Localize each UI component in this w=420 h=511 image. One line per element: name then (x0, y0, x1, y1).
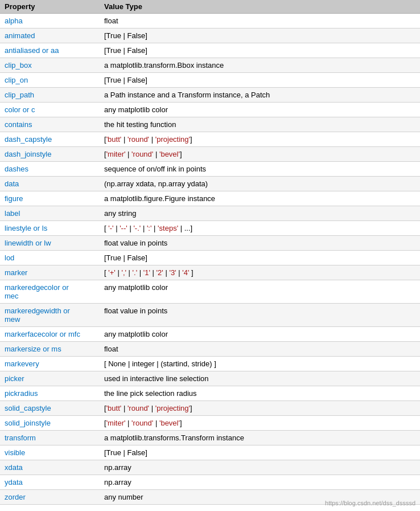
value-type-cell: [ '+' | ',' | '.' | '1' | '2' | '3' | '4… (100, 265, 420, 280)
property-cell: animated (0, 28, 100, 43)
value-type-cell: any matplotlib color (100, 103, 420, 117)
property-cell: clip_on (0, 73, 100, 88)
table-row: clip_patha Path instance and a Transform… (0, 88, 420, 103)
value-type-cell: any string (100, 206, 420, 221)
value-type-cell: any matplotlib color (100, 327, 420, 342)
property-cell: linestyle or ls (0, 221, 100, 236)
value-type-cell: float value in points (100, 304, 420, 327)
table-row: visible[True | False] (0, 445, 420, 460)
property-cell: markevery (0, 357, 100, 371)
property-cell: color or c (0, 103, 100, 117)
table-row: labelany string (0, 206, 420, 221)
table-row: solid_joinstyle['miter' | 'round' | 'bev… (0, 416, 420, 431)
table-row: markersize or msfloat (0, 342, 420, 357)
table-row: dashessequence of on/off ink in points (0, 162, 420, 177)
property-cell: zorder (0, 490, 100, 505)
watermark: https://blog.csdn.net/dss_dssssd (325, 500, 415, 505)
property-cell: antialiased or aa (0, 43, 100, 58)
value-type-cell: [True | False] (100, 73, 420, 88)
property-cell: dash_joinstyle (0, 147, 100, 162)
property-cell: figure (0, 191, 100, 206)
table-row: transforma matplotlib.transforms.Transfo… (0, 431, 420, 445)
property-cell: dash_capstyle (0, 132, 100, 147)
table-row: clip_on[True | False] (0, 73, 420, 88)
value-type-cell: a matplotlib.transform.Bbox instance (100, 58, 420, 73)
table-row: marker[ '+' | ',' | '.' | '1' | '2' | '3… (0, 265, 420, 280)
property-cell: clip_path (0, 88, 100, 103)
property-cell: markeredgecolor ormec (0, 280, 100, 304)
value-type-cell: float (100, 14, 420, 28)
table-row: xdatanp.array (0, 460, 420, 475)
value-type-cell: [True | False] (100, 251, 420, 265)
property-cell: picker (0, 371, 100, 386)
table-row: markerfacecolor or mfcany matplotlib col… (0, 327, 420, 342)
value-type-cell: [ '-' | '--' | '-.' | ':' | 'steps' | ..… (100, 221, 420, 236)
value-type-cell: [True | False] (100, 28, 420, 43)
property-cell: data (0, 177, 100, 191)
value-type-cell: np.array (100, 475, 420, 490)
col-header-value-type: Value Type (100, 0, 420, 14)
property-cell: markerfacecolor or mfc (0, 327, 100, 342)
table-row: solid_capstyle['butt' | 'round' | 'proje… (0, 401, 420, 416)
value-type-cell: the line pick selection radius (100, 386, 420, 401)
value-type-cell: any matplotlib color (100, 280, 420, 304)
property-cell: solid_capstyle (0, 401, 100, 416)
property-cell: transform (0, 431, 100, 445)
value-type-cell: used in interactive line selection (100, 371, 420, 386)
value-type-cell: a matplotlib.transforms.Transform instan… (100, 431, 420, 445)
table-row: alphafloat (0, 14, 420, 28)
table-row: lod[True | False] (0, 251, 420, 265)
table-row: linewidth or lwfloat value in points (0, 236, 420, 251)
table-header-row: Property Value Type (0, 0, 420, 14)
table-row: dash_joinstyle['miter' | 'round' | 'beve… (0, 147, 420, 162)
value-type-cell: a matplotlib.figure.Figure instance (100, 191, 420, 206)
property-cell: ydata (0, 475, 100, 490)
value-type-cell: [True | False] (100, 445, 420, 460)
property-cell: linewidth or lw (0, 236, 100, 251)
property-cell: dashes (0, 162, 100, 177)
table-row: linestyle or ls[ '-' | '--' | '-.' | ':'… (0, 221, 420, 236)
property-cell: markersize or ms (0, 342, 100, 357)
value-type-cell: [ None | integer | (startind, stride) ] (100, 357, 420, 371)
property-cell: markeredgewidth ormew (0, 304, 100, 327)
property-cell: contains (0, 117, 100, 132)
value-type-cell: float (100, 342, 420, 357)
table-row: antialiased or aa[True | False] (0, 43, 420, 58)
value-type-cell: ['butt' | 'round' | 'projecting'] (100, 132, 420, 147)
table-row: pickerused in interactive line selection (0, 371, 420, 386)
table-row: markeredgecolor ormecany matplotlib colo… (0, 280, 420, 304)
table-row: containsthe hit testing function (0, 117, 420, 132)
table-row: data(np.array xdata, np.array ydata) (0, 177, 420, 191)
value-type-cell: float value in points (100, 236, 420, 251)
value-type-cell: sequence of on/off ink in points (100, 162, 420, 177)
property-cell: marker (0, 265, 100, 280)
table-row: pickradiusthe line pick selection radius (0, 386, 420, 401)
value-type-cell: the hit testing function (100, 117, 420, 132)
value-type-cell: a Path instance and a Transform instance… (100, 88, 420, 103)
property-cell: label (0, 206, 100, 221)
property-cell: clip_box (0, 58, 100, 73)
value-type-cell: (np.array xdata, np.array ydata) (100, 177, 420, 191)
table-row: animated[True | False] (0, 28, 420, 43)
col-header-property: Property (0, 0, 100, 14)
table-row: ydatanp.array (0, 475, 420, 490)
value-type-cell: ['butt' | 'round' | 'projecting'] (100, 401, 420, 416)
properties-table: Property Value Type alphafloatanimated[T… (0, 0, 420, 505)
value-type-cell: ['miter' | 'round' | 'bevel'] (100, 147, 420, 162)
value-type-cell: [True | False] (100, 43, 420, 58)
property-cell: visible (0, 445, 100, 460)
value-type-cell: ['miter' | 'round' | 'bevel'] (100, 416, 420, 431)
table-row: figurea matplotlib.figure.Figure instanc… (0, 191, 420, 206)
value-type-cell: np.array (100, 460, 420, 475)
property-cell: xdata (0, 460, 100, 475)
table-row: color or cany matplotlib color (0, 103, 420, 117)
table-row: markevery[ None | integer | (startind, s… (0, 357, 420, 371)
property-cell: lod (0, 251, 100, 265)
table-row: markeredgewidth ormewfloat value in poin… (0, 304, 420, 327)
table-row: clip_boxa matplotlib.transform.Bbox inst… (0, 58, 420, 73)
table-row: dash_capstyle['butt' | 'round' | 'projec… (0, 132, 420, 147)
property-cell: alpha (0, 14, 100, 28)
property-cell: solid_joinstyle (0, 416, 100, 431)
property-cell: pickradius (0, 386, 100, 401)
